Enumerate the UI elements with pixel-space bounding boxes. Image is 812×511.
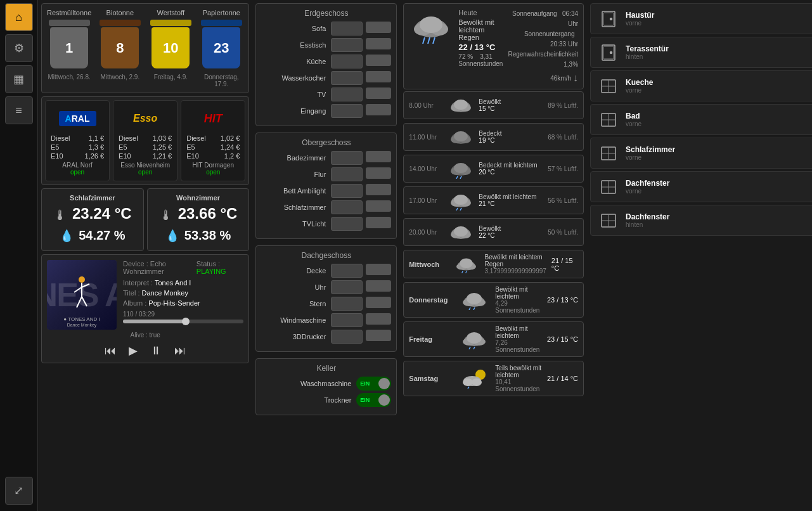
door-name-block-6: Dachfenster hinten [626,212,812,228]
sidebar-settings-btn[interactable]: ⚙ [5,34,33,62]
kueche-btn1[interactable] [331,55,363,68]
hour-4-icon [447,222,475,242]
music-progress-thumb[interactable] [182,318,190,325]
sofa-btn2[interactable] [366,22,391,33]
music-prev-btn[interactable]: ⏮ [105,344,116,358]
weather-col: Heute Bewölkt mit leichtem Regen 22 / 13… [400,0,587,511]
flur-btn2[interactable] [366,167,391,179]
hour-1-temp: 19 °C [479,137,545,144]
bett-btn1[interactable] [331,184,363,198]
weather-today: Heute Bewölkt mit leichtem Regen 22 / 13… [403,3,584,89]
wind-btn2[interactable] [366,313,391,325]
room-stern: Stern [261,297,391,311]
music-play-btn[interactable]: ▶ [129,344,138,358]
eingang-btn1[interactable] [331,104,363,118]
wind-arrow-icon: ↓ [573,72,578,84]
door-name-block-2: Kueche vorne [626,78,812,94]
thermo-icon-1: 🌡 [159,207,173,224]
eingang-label: Eingang [261,107,331,115]
temp-schlafzimmer-value: 23.24 °C [72,205,132,223]
tv-btn1[interactable] [331,87,363,101]
daily-1-sun: 4,29 Sonnenstunden [495,300,542,314]
decke-btn2[interactable] [366,264,391,275]
hour-0-icon [447,95,475,115]
door-icon-0 [600,10,617,28]
doors-col: Haustür vorne geschlossen Terass [587,0,812,511]
door-icon-wrap-5 [597,176,619,198]
daily-0: Mittwoch Bewölkt mit leichtem Regen 3,17… [403,250,584,278]
door-name-5: Dachfenster [626,179,812,188]
weather-today-desc: Bewölkt mit leichtem Regen [458,18,503,41]
svg-point-0 [79,276,85,283]
uhr-btn2[interactable] [366,280,391,292]
daily-3-desc: Teils bewölkt mit leichtem [495,365,542,378]
hour-3-time: 17.00 Uhr [409,197,444,204]
music-progress-text: 110 / 03:29 [123,311,243,318]
hour-2-humid: 57 % Luftf. [548,165,578,172]
daily-3-name: Samstag [409,375,453,382]
uhr-btn1[interactable] [331,280,363,294]
gas-section: ARAL Diesel1,1 € E51,3 € E101,26 € ARAL … [41,96,249,185]
sidebar-expand-btn[interactable]: ⤢ [5,477,33,505]
door-icon-wrap-1 [597,41,619,63]
3d-btn1[interactable] [331,330,363,344]
svg-line-54 [474,347,475,349]
hour-2-desc: Bedeckt mit leichtem [479,162,545,169]
sofa-btn1[interactable] [331,22,363,36]
music-status-label: Status : PLAYING [197,260,244,275]
hour-4-humid: 50 % Luftf. [548,229,578,236]
aral-diesel-price: 1,1 € [89,134,104,142]
svg-point-58 [472,378,482,386]
hour-1-humid: 68 % Luftf. [548,134,578,141]
uhr-label: Uhr [261,283,331,291]
sidebar-list-btn[interactable]: ≡ [5,96,33,124]
trash-wertstoff-date: Freitag, 4.9. [148,74,193,81]
trockner-toggle[interactable]: EIN [356,393,391,407]
svg-line-4 [77,297,82,307]
svg-point-57 [463,378,473,386]
music-device: Echo Wohnzimmer [123,260,166,275]
trash-wertstoff-label: Wertstoff [148,9,193,16]
svg-point-36 [454,226,468,236]
flur-btn1[interactable] [331,167,363,181]
esso-e10-label: E10 [119,152,131,160]
bad-btn1[interactable] [331,151,363,165]
3d-btn2[interactable] [366,330,391,341]
tvlicht-btn1[interactable] [331,217,363,231]
stern-btn1[interactable] [331,297,363,311]
waschmaschine-toggle[interactable]: EIN [356,377,391,391]
obergeschoss-title: Obergeschoss [261,138,391,147]
kueche-btn2[interactable] [366,55,391,66]
schlaf-btn2[interactable] [366,200,391,212]
daily-3: Samstag Teils bewölkt mit leichtem 10,41… [403,361,584,396]
schlaf-btn1[interactable] [331,200,363,214]
wind-btn1[interactable] [331,313,363,327]
wasserkocher-btn1[interactable] [331,71,363,85]
sidebar: ⌂ ⚙ ▦ ≡ ⤢ [0,0,38,511]
bad-btn2[interactable] [366,151,391,162]
wasserkocher-btn2[interactable] [366,71,391,82]
wasserkocher-label: Wasserkocher [261,74,331,82]
eingang-btn2[interactable] [366,104,391,115]
sunset-time: 20:33 Uhr [550,41,578,48]
hour-2-temp: 20 °C [479,169,545,176]
esstisch-btn2[interactable] [366,38,391,49]
esstisch-btn1[interactable] [331,38,363,52]
tv-btn2[interactable] [366,87,391,99]
esso-e5-label: E5 [119,143,127,151]
music-next-btn[interactable]: ⏭ [174,344,186,358]
sidebar-grid-btn[interactable]: ▦ [5,65,33,93]
temp-section: Schlafzimmer 🌡 23.24 °C 💧 54.27 % Wohnzi… [41,188,249,251]
tvlicht-btn2[interactable] [366,217,391,228]
svg-line-31 [456,208,458,210]
decke-label: Decke [261,267,331,275]
svg-line-3 [82,284,89,287]
hit-station-name: HIT Dormagen [186,162,240,169]
bett-btn2[interactable] [366,184,391,195]
sidebar-home-btn[interactable]: ⌂ [5,3,33,31]
stern-btn2[interactable] [366,297,391,308]
decke-btn1[interactable] [331,264,363,278]
music-pause-btn[interactable]: ⏸ [150,344,162,358]
svg-line-48 [474,307,475,310]
gas-hit: HIT Diesel1,02 € E51,24 € E101,2 € HIT D… [181,100,245,181]
